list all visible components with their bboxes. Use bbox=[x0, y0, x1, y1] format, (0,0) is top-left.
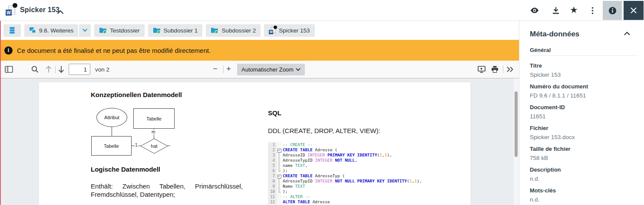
document-preview-window: W Spicker 153 ★ 9.6. WeiteresTestdos bbox=[0, 0, 644, 205]
fold-marker bbox=[277, 168, 281, 173]
word-doc-icon: W bbox=[269, 27, 276, 34]
doc-heading-conceptual: Konzeptionellen Datenmodell bbox=[91, 91, 182, 98]
pdf-viewer-toolbar: von 2 − + Automatischer Zoom bbox=[0, 61, 519, 78]
status-dot-badge bbox=[13, 3, 17, 8]
code-line: 4AdresseTypID INTEGER NOT NULL, bbox=[268, 158, 431, 163]
code-text: CREATE TABLE AdresseTyp ( bbox=[281, 173, 345, 179]
metadata-value: Spicker 153.docx bbox=[530, 134, 638, 141]
metadata-fields: TitreSpicker 153Numéro du documentFD 9.6… bbox=[530, 62, 638, 205]
code-line: 3AdresseID INTEGER PRIMARY KEY IDENTITY(… bbox=[268, 153, 431, 158]
code-line: 8AdresseTypID INTEGER NOT NULL PRIMARY K… bbox=[268, 179, 431, 184]
toggle-sidebar-icon[interactable] bbox=[5, 66, 13, 73]
metadata-value: n.d. bbox=[530, 196, 638, 203]
fold-marker bbox=[277, 189, 281, 194]
code-text: ALTER TABLE Adresse bbox=[281, 199, 330, 205]
code-text: -- ALTER -- bbox=[281, 194, 310, 199]
page-count-label: von 2 bbox=[95, 66, 109, 73]
metadata-value: n.d. bbox=[530, 176, 638, 182]
folder-icon bbox=[99, 27, 107, 34]
line-number: 5 bbox=[268, 163, 277, 168]
metadata-field-mots-cl-s: Mots-clésn.d. bbox=[530, 187, 638, 203]
fold-marker bbox=[277, 147, 281, 153]
viewer-scrollbar-track[interactable] bbox=[514, 78, 519, 205]
collapse-metadata-chevron-up-icon[interactable] bbox=[624, 32, 630, 36]
breadcrumb-dropdown-caret[interactable] bbox=[79, 24, 91, 37]
info-circle-icon: i bbox=[4, 46, 13, 55]
fold-marker bbox=[277, 179, 281, 184]
chevron-down-icon bbox=[296, 68, 301, 71]
eye-icon[interactable] bbox=[530, 7, 539, 13]
download-icon[interactable] bbox=[552, 7, 560, 14]
code-text: AdresseTypID INTEGER NOT NULL, bbox=[281, 158, 357, 163]
folder-icon bbox=[153, 27, 161, 34]
finalized-warning-banner: i Ce document a été finalisé et ne peut … bbox=[0, 40, 519, 61]
breadcrumb-label: 9.6. Weiteres bbox=[39, 27, 73, 34]
viewer-scrollbar-thumb[interactable] bbox=[515, 91, 518, 157]
code-line: 5name TEXT, bbox=[268, 163, 431, 168]
registry-plan-icon bbox=[29, 27, 36, 34]
fold-marker bbox=[277, 163, 281, 168]
code-line: 7CREATE TABLE AdresseTyp ( bbox=[268, 173, 431, 179]
collapse-header-chevron-up-icon[interactable] bbox=[57, 8, 64, 16]
zoom-out-icon[interactable]: − bbox=[213, 65, 218, 73]
section-divider bbox=[530, 55, 638, 56]
close-preview-button[interactable] bbox=[624, 1, 644, 20]
diagram-relation-diamond: hat bbox=[140, 138, 168, 154]
metadata-value: 758 kB bbox=[530, 155, 638, 162]
fold-margin bbox=[277, 199, 281, 205]
zoom-in-icon[interactable]: + bbox=[226, 65, 231, 73]
fold-marker bbox=[277, 158, 281, 163]
left-edge-accent bbox=[0, 21, 1, 205]
presentation-mode-icon[interactable] bbox=[478, 66, 485, 73]
code-line: 6); bbox=[268, 168, 431, 173]
search-icon[interactable] bbox=[31, 66, 39, 73]
line-number: 12 bbox=[268, 199, 277, 205]
line-number: 8 bbox=[268, 179, 277, 184]
metadata-field-description: Descriptionn.d. bbox=[530, 166, 638, 182]
metadata-field-titre: TitreSpicker 153 bbox=[530, 62, 638, 78]
code-line: 11-- ALTER -- bbox=[268, 194, 431, 199]
page-number-input[interactable] bbox=[69, 64, 90, 75]
metadata-label: Description bbox=[530, 166, 638, 173]
info-panel-button[interactable] bbox=[603, 1, 622, 20]
code-line: 1-- CREATE -- bbox=[268, 142, 431, 147]
metadata-field-document-id: Document-ID11651 bbox=[530, 104, 638, 120]
next-page-icon[interactable] bbox=[58, 65, 65, 73]
breadcrumb-item-testdossier[interactable]: Testdossier bbox=[94, 24, 144, 37]
metadata-label: Taille de fichier bbox=[530, 146, 638, 153]
doc-heading-logical: Logische Datenmodell bbox=[91, 166, 160, 173]
breadcrumb-label: Spicker 153 bbox=[279, 27, 310, 34]
fold-margin bbox=[277, 142, 281, 147]
metadata-label: Document-ID bbox=[530, 104, 638, 111]
code-text: Name TEXT bbox=[281, 184, 305, 189]
zoom-level-select[interactable]: Automatischer Zoom bbox=[237, 64, 305, 75]
code-line: 2CREATE TABLE Adresse ( bbox=[268, 147, 431, 153]
code-text: AdresseID INTEGER PRIMARY KEY IDENTITY(1… bbox=[281, 153, 392, 158]
line-number: 3 bbox=[268, 153, 277, 158]
breadcrumb-item-9-6-weiteres[interactable]: 9.6. Weiteres bbox=[24, 24, 78, 37]
star-icon[interactable]: ★ bbox=[570, 5, 578, 14]
diagram-entity-top: Tabelle bbox=[133, 108, 175, 129]
kebab-menu-icon[interactable] bbox=[591, 7, 594, 14]
breadcrumb-label: Subdossier 1 bbox=[164, 27, 198, 34]
breadcrumb-item-root[interactable] bbox=[3, 24, 21, 37]
breadcrumb-label: Testdossier bbox=[110, 27, 139, 34]
diagram-attribute-ellipse: Attribut bbox=[96, 108, 127, 127]
breadcrumb-item-subdossier-1[interactable]: Subdossier 1 bbox=[148, 24, 203, 37]
cardinality-m-label: m bbox=[151, 130, 155, 134]
metadata-label: Fichier bbox=[530, 125, 638, 132]
breadcrumb-item-spicker-153[interactable]: WSpicker 153 bbox=[264, 24, 314, 37]
more-tools-chevrons-icon[interactable] bbox=[506, 66, 514, 73]
breadcrumb: 9.6. WeiteresTestdossierSubdossier 1Subd… bbox=[0, 21, 519, 40]
close-icon bbox=[630, 7, 637, 14]
code-text: ); bbox=[281, 189, 287, 194]
breadcrumb-item-subdossier-2[interactable]: Subdossier 2 bbox=[206, 24, 261, 37]
metadata-sidebar: Méta-données Général TitreSpicker 153Num… bbox=[519, 21, 644, 205]
diagram-connector bbox=[168, 146, 170, 146]
sql-code-listing: 1-- CREATE --2CREATE TABLE Adresse (3Adr… bbox=[268, 142, 431, 205]
doc-ddl-caption: DDL (CREATE, DROP, ALTER, VIEW): bbox=[268, 127, 433, 135]
line-number: 9 bbox=[268, 184, 277, 189]
code-line: 12ALTER TABLE Adresse bbox=[268, 199, 431, 205]
previous-page-icon[interactable] bbox=[45, 65, 52, 73]
print-icon[interactable] bbox=[491, 66, 499, 73]
